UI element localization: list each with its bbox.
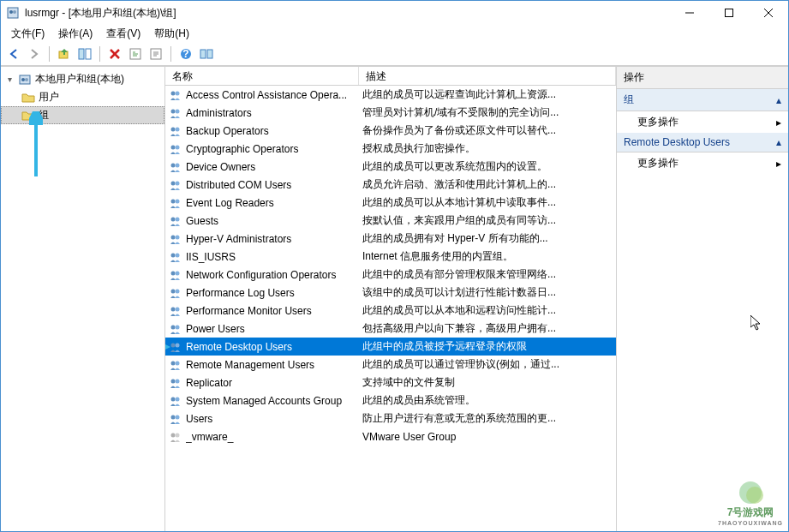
window-title: lusrmgr - [本地用户和组(本地)\组] [25,6,670,21]
up-button[interactable] [55,45,74,63]
folder-icon [21,91,35,105]
row-name: Power Users [186,323,362,335]
svg-point-48 [176,307,180,311]
list-row[interactable]: Performance Monitor Users此组的成员可以从本地和远程访问… [165,302,616,320]
list-row[interactable]: Performance Log Users该组中的成员可以计划进行性能计数器日.… [165,284,616,302]
svg-point-55 [171,379,176,383]
list-row[interactable]: Remote Desktop Users此组中的成员被授予远程登录的权限 [165,338,616,356]
row-desc: Internet 信息服务使用的内置组。 [362,249,613,264]
back-button[interactable] [4,45,23,63]
list-row[interactable]: Event Log Readers此组的成员可以从本地计算机中读取事件... [165,194,616,212]
svg-point-54 [176,361,180,365]
close-button[interactable] [749,1,788,25]
menu-view[interactable]: 查看(V) [99,25,147,43]
svg-point-45 [171,289,176,293]
actions-more-1[interactable]: 更多操作 ▸ [617,111,788,133]
help-button[interactable]: ? [176,45,195,63]
svg-point-62 [176,433,180,437]
app-icon [6,6,20,20]
submenu-icon: ▸ [776,158,781,170]
group-icon [169,322,182,336]
list-row[interactable]: System Managed Accounts Group此组的成员由系统管理。 [165,392,616,409]
tile-button[interactable] [197,45,216,63]
row-name: Access Control Assistance Opera... [186,89,362,101]
menu-file[interactable]: 文件(F) [4,25,51,43]
col-name-header[interactable]: 名称 [165,67,359,85]
list-row[interactable]: Cryptographic Operators授权成员执行加密操作。 [165,140,616,158]
group-icon [169,124,182,138]
group-icon [169,178,182,192]
actions-panel: 操作 组 ▴ 更多操作 ▸ Remote Desktop Users ▴ 更多操… [617,67,788,531]
row-name: Device Owners [186,161,362,173]
svg-point-44 [176,271,180,275]
list-row[interactable]: Power Users包括高级用户以向下兼容，高级用户拥有... [165,320,616,338]
col-desc-header[interactable]: 描述 [359,67,616,85]
list-row[interactable]: Guests按默认值，来宾跟用户组的成员有同等访... [165,212,616,230]
svg-text:?: ? [182,48,188,60]
group-icon [169,430,182,444]
actions-header: 操作 [617,67,788,89]
list-row[interactable]: Hyper-V Administrators此组的成员拥有对 Hyper-V 所… [165,230,616,248]
delete-button[interactable] [105,45,124,63]
svg-point-2 [13,10,16,14]
body: ▾ 本地用户和组(本地) 用户 组 名称 描述 Access Control A… [1,66,788,531]
actions-section-groups[interactable]: 组 ▴ [617,89,788,111]
row-desc: 包括高级用户以向下兼容，高级用户拥有... [362,321,613,336]
list-body[interactable]: Access Control Assistance Opera...此组的成员可… [165,86,616,531]
menu-help[interactable]: 帮助(H) [147,25,196,43]
row-name: Guests [186,215,362,227]
expander-icon[interactable]: ▾ [4,75,15,84]
svg-point-53 [171,361,176,365]
svg-point-20 [25,78,28,81]
tree-root[interactable]: ▾ 本地用户和组(本地) [1,70,164,88]
actions-section-rdu[interactable]: Remote Desktop Users ▴ [617,133,788,152]
list-row[interactable]: Replicator支持域中的文件复制 [165,374,616,392]
list-row[interactable]: Backup Operators备份操作员为了备份或还原文件可以替代... [165,122,616,140]
actions-more-2[interactable]: 更多操作 ▸ [617,152,788,174]
group-icon [169,142,182,156]
tree-groups[interactable]: 组 [1,106,164,124]
list-row[interactable]: Access Control Assistance Opera...此组的成员可… [165,86,616,104]
list-row[interactable]: _vmware_VMware User Group [165,427,616,445]
row-name: IIS_IUSRS [186,251,362,263]
group-icon [169,106,182,120]
row-desc: 防止用户进行有意或无意的系统范围的更... [362,411,613,426]
row-name: Hyper-V Administrators [186,233,362,245]
svg-point-30 [176,145,180,149]
list-row[interactable]: Network Configuration Operators此组中的成员有部分… [165,266,616,284]
list-panel: 名称 描述 Access Control Assistance Opera...… [165,67,617,531]
minimize-button[interactable] [670,1,709,25]
collapse-icon: ▴ [776,136,781,148]
svg-point-61 [171,433,176,437]
show-hide-button[interactable] [75,45,94,63]
row-name: Network Configuration Operators [186,269,362,281]
svg-point-58 [176,397,180,401]
row-desc: 按默认值，来宾跟用户组的成员有同等访... [362,213,613,228]
list-row[interactable]: Users防止用户进行有意或无意的系统范围的更... [165,409,616,427]
row-name: Backup Operators [186,125,362,137]
row-name: Remote Desktop Users [186,341,362,353]
menubar: 文件(F) 操作(A) 查看(V) 帮助(H) [1,25,788,42]
svg-rect-16 [200,50,206,58]
maximize-button[interactable] [709,1,749,25]
svg-point-59 [171,415,176,419]
menu-action[interactable]: 操作(A) [51,25,99,43]
tree-root-label: 本地用户和组(本地) [35,72,124,87]
svg-point-24 [176,91,180,95]
svg-point-52 [176,343,180,347]
svg-point-35 [171,199,176,203]
list-row[interactable]: Remote Management Users此组的成员可以通过管理协议(例如，… [165,356,616,374]
svg-rect-4 [726,9,733,17]
list-row[interactable]: Device Owners此组的成员可以更改系统范围内的设置。 [165,158,616,176]
refresh-button[interactable] [126,45,145,63]
row-name: Remote Management Users [186,359,362,371]
list-row[interactable]: IIS_IUSRSInternet 信息服务使用的内置组。 [165,248,616,266]
list-row[interactable]: Administrators管理员对计算机/域有不受限制的完全访问... [165,104,616,122]
row-name: Cryptographic Operators [186,143,362,155]
row-desc: 支持域中的文件复制 [362,375,613,390]
forward-button[interactable] [25,45,44,63]
tree-users[interactable]: 用户 [1,88,164,106]
tree-groups-label: 组 [39,108,49,123]
export-button[interactable] [146,45,165,63]
list-row[interactable]: Distributed COM Users成员允许启动、激活和使用此计算机上的.… [165,176,616,194]
